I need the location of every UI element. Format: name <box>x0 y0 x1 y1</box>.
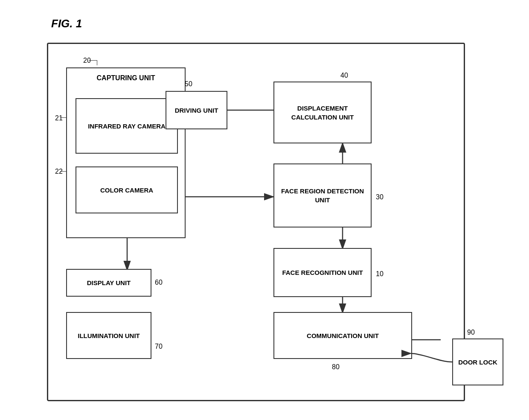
capturing-unit-label: CAPTURING UNIT <box>67 73 185 83</box>
face-recognition-block: FACE RECOGNITION UNIT <box>273 248 372 297</box>
main-diagram-border: 20 CAPTURING UNIT INFRARED RAY CAMERA CO… <box>47 43 465 401</box>
infrared-camera-block: INFRARED RAY CAMERA <box>76 98 178 154</box>
ref-60: 60 <box>155 279 163 286</box>
ref-90: 90 <box>467 329 475 336</box>
ref-30: 30 <box>376 193 384 201</box>
ref-80: 80 <box>332 363 340 371</box>
driving-unit-block: DRIVING UNIT <box>166 91 227 129</box>
ref-50: 50 <box>185 80 192 88</box>
display-unit-block: DISPLAY UNIT <box>66 269 151 297</box>
ref-22: 22 <box>55 168 63 175</box>
figure-label: FIG. 1 <box>51 17 82 30</box>
ref-21: 21 <box>55 114 63 122</box>
illumination-unit-block: ILLUMINATION UNIT <box>66 312 151 359</box>
ref-40: 40 <box>340 72 348 79</box>
color-camera-block: COLOR CAMERA <box>76 166 178 213</box>
page: FIG. 1 <box>0 0 529 420</box>
ref-70: 70 <box>155 343 163 350</box>
ref-10: 10 <box>376 270 384 278</box>
door-lock-block: DOOR LOCK <box>452 338 503 385</box>
communication-unit-block: COMMUNICATION UNIT <box>273 312 412 359</box>
face-region-block: FACE REGION DETECTION UNIT <box>273 163 372 228</box>
displacement-unit-block: DISPLACEMENT CALCULATION UNIT <box>273 82 372 143</box>
